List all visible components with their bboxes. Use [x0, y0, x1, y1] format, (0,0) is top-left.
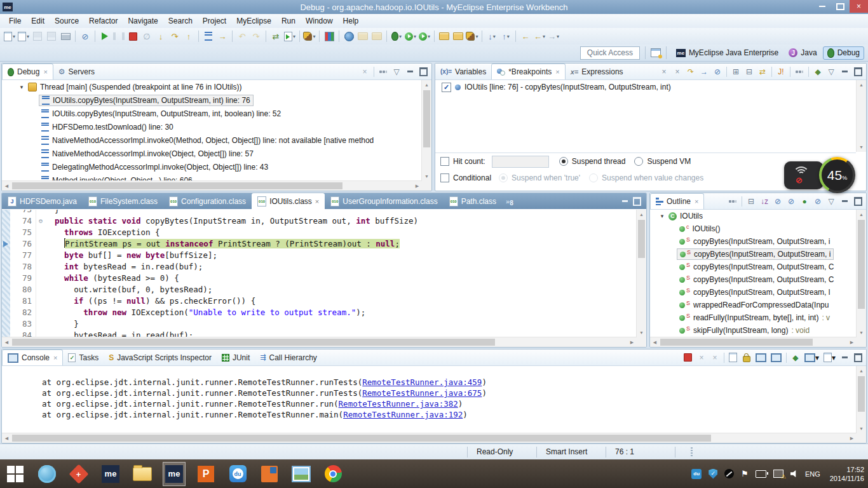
last-edit-location-icon[interactable]: ← [519, 29, 532, 43]
tab-breakpoints[interactable]: *Breakpoints× [491, 64, 565, 79]
chrome-app[interactable] [322, 462, 344, 486]
menu-source[interactable]: Source [50, 15, 84, 27]
back-icon[interactable]: ←▾ [532, 29, 546, 43]
wifi-status-pill[interactable]: ⊘ [784, 161, 824, 189]
stack-frame-row[interactable]: DelegatingMethodAccessorImpl.invoke(Obje… [2, 160, 422, 173]
outline-item[interactable]: cIOUtils() [650, 222, 857, 235]
tab-variables[interactable]: (x)=Variables [435, 64, 491, 79]
debug-vertical-scrollbar[interactable]: ▲▼ [421, 80, 431, 181]
stack-frame-row[interactable]: IOUtils.copyBytes(InputStream, OutputStr… [2, 107, 422, 120]
annotation-ruler-cell[interactable] [2, 250, 10, 261]
tab-junit[interactable]: JUnit [217, 349, 255, 365]
hit-count-input[interactable] [492, 156, 549, 168]
network-warning-tray-icon[interactable]: ⚠ [773, 470, 783, 478]
code-text[interactable]: while (bytesRead >= 0) { [45, 273, 637, 284]
tab-call-hierarchy[interactable]: ⇶Call Hierarchy [255, 349, 322, 365]
menu-file[interactable]: File [4, 15, 26, 27]
dish-tray-icon[interactable] [724, 469, 734, 478]
display-selected-console-icon[interactable]: ▾ [804, 352, 819, 363]
word-wrap-icon[interactable] [756, 352, 766, 363]
close-tab-icon[interactable]: × [43, 68, 47, 76]
pin-console-icon[interactable]: ◆ [791, 352, 800, 363]
debug-icon[interactable]: ▾ [390, 29, 403, 43]
editor-tab-configuration.class[interactable]: 010Configuration.class [163, 193, 252, 209]
run-icon[interactable]: ▾ [403, 29, 417, 43]
editor-tab-filesystem.class[interactable]: 010FileSystem.class [83, 193, 163, 209]
use-step-filters-icon[interactable]: → [215, 29, 229, 43]
terminate-icon[interactable] [126, 29, 140, 43]
editor-tab-usergroupinformation.class[interactable]: 010UserGroupInformation.class [325, 193, 443, 209]
menu-project[interactable]: Project [198, 15, 231, 27]
open-folder-icon[interactable] [356, 29, 370, 43]
myeclipse-running[interactable]: me [163, 462, 186, 486]
view-menu-icon[interactable]: ▽ [827, 196, 836, 207]
minimize-view-icon[interactable] [405, 66, 414, 78]
volume-tray-icon[interactable] [790, 470, 798, 478]
step-return-icon[interactable]: ↑ [182, 29, 196, 43]
view-menu-icon[interactable]: ▽ [392, 66, 401, 78]
start-button[interactable] [4, 462, 27, 486]
export-icon[interactable]: ↑▾ [499, 29, 513, 43]
minimize-window-button[interactable] [813, 0, 831, 13]
maximize-window-button[interactable] [831, 0, 850, 13]
expand-all-icon[interactable]: ⊞ [731, 66, 740, 78]
minimize-view-icon[interactable] [840, 66, 849, 78]
editor-tab-ioutils.class[interactable]: 010IOUtils.class× [252, 193, 325, 209]
power-tray-icon[interactable] [756, 470, 766, 478]
scroll-lock-icon[interactable] [742, 352, 751, 363]
orange-blue-office-app[interactable] [258, 462, 281, 486]
source-link[interactable]: RemoteTestRunner.java:675 [362, 388, 482, 398]
remove-selected-breakpoint-icon[interactable]: × [660, 66, 668, 78]
baidu-tray-icon[interactable]: du [691, 469, 702, 479]
add-java-exception-breakpoint-icon[interactable]: J! [776, 66, 785, 78]
annotation-ruler-cell[interactable] [2, 307, 10, 318]
show-console-on-output-icon[interactable] [771, 352, 782, 363]
git-app[interactable]: + [67, 462, 90, 486]
tab-console[interactable]: Console× [2, 349, 63, 365]
sort-alphabetically-icon[interactable]: ↓z [760, 196, 769, 207]
code-text[interactable]: byte buf[] = new byte[buffSize]; [45, 250, 637, 261]
open-console-icon[interactable]: ▾ [824, 352, 836, 363]
hide-fields-icon[interactable]: ⊘ [773, 196, 782, 207]
stack-frame-row[interactable]: IOUtils.copyBytes(InputStream, OutputStr… [2, 93, 422, 107]
web-browser-icon[interactable] [342, 29, 356, 43]
collapse-all-icon[interactable]: ⊟ [745, 66, 754, 78]
suspend-thread-radio[interactable] [559, 157, 568, 166]
memory-usage-ball[interactable]: 45% [819, 157, 855, 193]
fold-marker[interactable]: ⊖ [36, 215, 45, 227]
undo-icon[interactable]: ↶ [235, 29, 249, 43]
terminate-icon[interactable] [684, 352, 693, 363]
breakpoint-filters-icon[interactable]: ◆ [813, 66, 822, 78]
remove-all-breakpoints-icon[interactable]: × [673, 66, 682, 78]
code-text[interactable]: throw new IOException("Unable to write t… [45, 307, 637, 318]
new-wizard-icon[interactable]: ▾ [17, 29, 31, 43]
skip-all-breakpoints-icon[interactable]: ⊘ [713, 66, 722, 78]
new-icon[interactable]: ▾ [3, 29, 17, 43]
floating-security-widget[interactable]: ⊘ 45% [784, 157, 855, 194]
link-with-debug-view-icon[interactable]: ⇄ [758, 66, 767, 78]
editor-horizontal-scrollbar[interactable]: ◀▶ [2, 337, 637, 347]
console-vertical-scrollbar[interactable]: ▲▼ [856, 366, 866, 433]
photo-viewer-app[interactable] [290, 462, 313, 486]
import-icon[interactable]: ↓▾ [485, 29, 499, 43]
collapse-all-icon[interactable]: ⊟ [747, 196, 756, 207]
profile-icon[interactable]: ▾ [417, 29, 431, 43]
forward-icon[interactable]: →▾ [546, 29, 560, 43]
maximize-view-icon[interactable] [633, 197, 641, 206]
perspective-myeclipse-java-enterprise[interactable]: meMyEclipse Java Enterprise [672, 46, 783, 59]
maximize-view-icon[interactable] [853, 352, 862, 363]
code-text[interactable]: out.write(buf, 0, bytesRead); [45, 284, 637, 295]
close-window-button[interactable]: × [850, 0, 868, 13]
expand-toggle-icon[interactable]: ▾ [18, 84, 25, 90]
maximize-view-icon[interactable] [853, 196, 862, 207]
stack-frame-row[interactable]: NativeMethodAccessorImpl.invoke(Object, … [2, 147, 422, 160]
outline-horizontal-scrollbar[interactable]: ◀▶ [650, 337, 857, 347]
outline-item[interactable]: ScopyBytes(InputStream, OutputStream, i [650, 235, 857, 248]
outline-item[interactable]: ScopyBytes(InputStream, OutputStream, i [650, 248, 857, 261]
go-to-file-icon[interactable]: → [700, 66, 709, 78]
outline-item[interactable]: SskipFully(InputStream, long) : void [650, 324, 857, 337]
menu-run[interactable]: Run [276, 15, 301, 27]
suspend-vm-radio[interactable] [634, 157, 643, 166]
perspective-debug[interactable]: Debug [823, 46, 864, 60]
stack-frame-row[interactable]: NativeMethodAccessorImpl.invoke0(Method,… [2, 133, 422, 147]
